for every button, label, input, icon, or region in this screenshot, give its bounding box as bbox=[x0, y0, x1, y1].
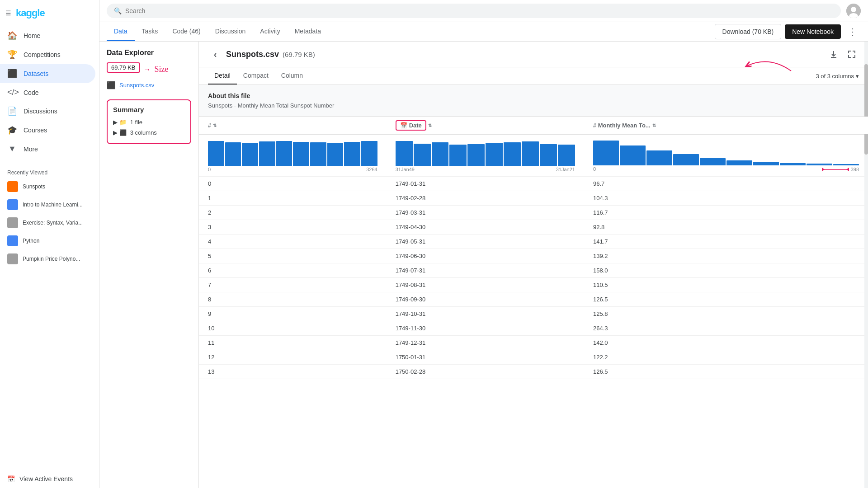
home-icon: 🏠 bbox=[7, 31, 17, 41]
tab-discussion[interactable]: Discussion bbox=[208, 22, 253, 41]
cell-date: 1749-09-30 bbox=[387, 292, 584, 307]
table-header-row: # ⇅ 📅 Date ⇅ bbox=[199, 117, 868, 135]
cell-monthly: 110.5 bbox=[584, 278, 868, 292]
list-item[interactable]: Pumpkin Price Polyno... bbox=[0, 250, 99, 268]
cell-monthly: 104.3 bbox=[584, 191, 868, 206]
cell-date: 1749-04-30 bbox=[387, 220, 584, 235]
tab-data[interactable]: Data bbox=[107, 22, 135, 41]
download-icon-button[interactable] bbox=[826, 47, 841, 61]
view-tabs-bar: Detail Compact Column 3 of 3 columns ▾ bbox=[199, 67, 868, 85]
view-tabs: Detail Compact Column bbox=[208, 67, 309, 84]
top-bar: 🔍 bbox=[99, 0, 868, 22]
hamburger-icon[interactable]: ☰ bbox=[5, 9, 11, 17]
cell-monthly: 116.7 bbox=[584, 206, 868, 220]
col-header-date: 📅 Date ⇅ bbox=[387, 117, 584, 135]
table-row: 111749-12-31142.0 bbox=[199, 336, 868, 350]
histogram-date: 31Jan49 31Jan21 bbox=[387, 135, 584, 177]
scrollbar[interactable] bbox=[864, 42, 868, 488]
cell-monthly: 125.8 bbox=[584, 307, 868, 321]
data-table-wrapper: # ⇅ 📅 Date ⇅ bbox=[199, 117, 868, 379]
list-item[interactable]: Sunspots bbox=[0, 178, 99, 196]
cell-monthly: 96.7 bbox=[584, 177, 868, 191]
sidebar-item-label: More bbox=[24, 145, 38, 153]
rv-thumbnail bbox=[7, 199, 18, 210]
tab-activity[interactable]: Activity bbox=[253, 22, 287, 41]
more-options-button[interactable]: ⋮ bbox=[844, 23, 861, 40]
calendar-icon: 📅 bbox=[400, 122, 407, 129]
sidebar-item-label: Code bbox=[24, 89, 38, 96]
sidebar-footer[interactable]: 📅 View Active Events bbox=[0, 470, 99, 488]
sort-icon[interactable]: ⇅ bbox=[428, 123, 432, 128]
main-content: 🔍 Data Tasks Code (46) Discussion Activi… bbox=[99, 0, 868, 488]
sort-icon[interactable]: ⇅ bbox=[652, 123, 656, 128]
about-section: About this file Sunspots - Monthly Mean … bbox=[199, 85, 868, 117]
file-item-sunspots[interactable]: ⬛ Sunspots.csv bbox=[107, 78, 191, 92]
tab-compact[interactable]: Compact bbox=[237, 67, 275, 84]
fullscreen-icon-button[interactable] bbox=[844, 47, 859, 61]
chevron-down-icon: ▾ bbox=[856, 73, 859, 80]
tab-tasks[interactable]: Tasks bbox=[135, 22, 165, 41]
col-header-monthly: # Monthly Mean To... ⇅ bbox=[584, 117, 868, 135]
rv-item-label: Python bbox=[23, 238, 39, 244]
search-input[interactable] bbox=[125, 7, 834, 14]
sidebar-item-code[interactable]: </> Code bbox=[0, 83, 95, 102]
file-header: ‹ Sunspots.csv (69.79 KB) bbox=[199, 42, 868, 67]
table-row: 101749-11-30264.3 bbox=[199, 321, 868, 336]
tab-metadata[interactable]: Metadata bbox=[288, 22, 328, 41]
sort-icon[interactable]: ⇅ bbox=[213, 123, 217, 128]
cell-date: 1749-11-30 bbox=[387, 321, 584, 336]
cell-date: 1749-03-31 bbox=[387, 206, 584, 220]
table-row: 61749-07-31158.0 bbox=[199, 263, 868, 278]
table-row: 81749-09-30126.5 bbox=[199, 292, 868, 307]
folder-icon: ▶ 📁 bbox=[113, 119, 127, 126]
rv-thumbnail bbox=[7, 217, 18, 228]
date-column-badge: 📅 Date bbox=[396, 120, 426, 131]
new-notebook-button[interactable]: New Notebook bbox=[785, 24, 841, 39]
tab-detail[interactable]: Detail bbox=[208, 67, 237, 84]
sidebar-item-home[interactable]: 🏠 Home bbox=[0, 26, 95, 45]
columns-selector[interactable]: 3 of 3 columns ▾ bbox=[816, 73, 859, 80]
view-active-events-label: View Active Events bbox=[19, 475, 73, 483]
sidebar-item-discussions[interactable]: 📄 Discussions bbox=[0, 102, 95, 121]
cell-date: 1749-10-31 bbox=[387, 307, 584, 321]
cell-date: 1750-02-28 bbox=[387, 365, 584, 379]
cell-date: 1749-08-31 bbox=[387, 278, 584, 292]
cell-monthly: 126.5 bbox=[584, 292, 868, 307]
cell-index: 2 bbox=[199, 206, 387, 220]
list-item[interactable]: Intro to Machine Learni... bbox=[0, 196, 99, 214]
svg-marker-4 bbox=[822, 168, 825, 171]
sidebar-item-more[interactable]: ▼ More bbox=[0, 140, 95, 158]
tab-code[interactable]: Code (46) bbox=[165, 22, 208, 41]
list-item[interactable]: Exercise: Syntax, Varia... bbox=[0, 214, 99, 232]
cell-index: 9 bbox=[199, 307, 387, 321]
list-item[interactable]: Python bbox=[0, 232, 99, 250]
sidebar-item-datasets[interactable]: ⬛ Datasets bbox=[0, 64, 95, 83]
columns-count-label: 3 of 3 columns bbox=[816, 73, 854, 80]
table-row: 21749-03-31116.7 bbox=[199, 206, 868, 220]
cell-index: 3 bbox=[199, 220, 387, 235]
hist-monthly-min: 0 bbox=[593, 166, 596, 173]
sidebar-item-courses[interactable]: 🎓 Courses bbox=[0, 121, 95, 140]
search-bar[interactable]: 🔍 bbox=[107, 4, 841, 18]
file-header-actions bbox=[826, 47, 859, 61]
cell-index: 4 bbox=[199, 235, 387, 249]
kaggle-logo: kaggle bbox=[16, 7, 45, 19]
tab-column[interactable]: Column bbox=[275, 67, 309, 84]
sidebar-item-label: Home bbox=[24, 32, 40, 39]
filename: Sunspots.csv bbox=[226, 50, 279, 59]
sidebar-item-competitions[interactable]: 🏆 Competitions bbox=[0, 45, 95, 64]
cell-index: 7 bbox=[199, 278, 387, 292]
avatar[interactable] bbox=[846, 4, 861, 18]
date-col-label: Date bbox=[409, 122, 422, 129]
summary-columns-label: 3 columns bbox=[130, 129, 157, 136]
body-split: Data Explorer 69.79 KB → Size ⬛ Sunspots… bbox=[99, 42, 868, 488]
svg-point-1 bbox=[851, 7, 856, 12]
back-button[interactable]: ‹ bbox=[208, 47, 222, 61]
table-row: 11749-02-28104.3 bbox=[199, 191, 868, 206]
cell-date: 1750-01-31 bbox=[387, 350, 584, 365]
sidebar-item-label: Datasets bbox=[24, 70, 48, 77]
table-row: 131750-02-28126.5 bbox=[199, 365, 868, 379]
scrollbar-thumb[interactable] bbox=[864, 64, 868, 155]
cell-monthly: 141.7 bbox=[584, 235, 868, 249]
download-button[interactable]: Download (70 KB) bbox=[715, 24, 782, 39]
